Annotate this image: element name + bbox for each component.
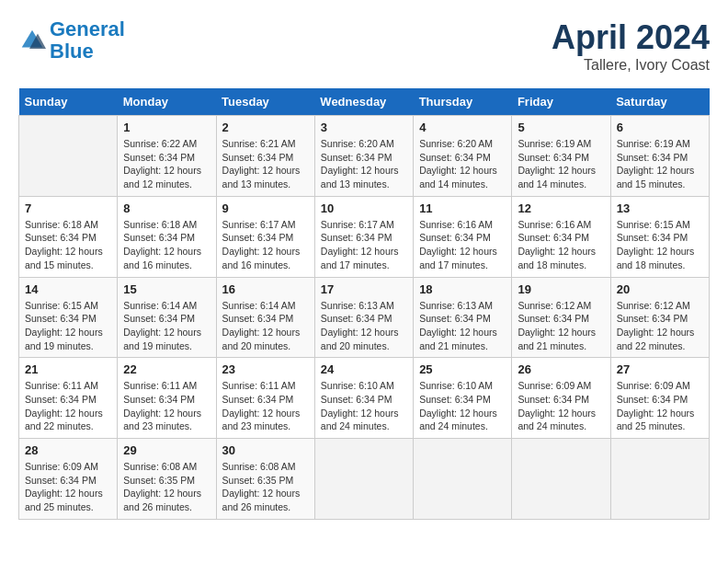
- calendar-cell: 29Sunrise: 6:08 AMSunset: 6:35 PMDayligh…: [118, 439, 216, 520]
- logo-blue: Blue: [50, 40, 94, 63]
- day-number: 14: [25, 282, 111, 296]
- calendar-cell: 1Sunrise: 6:22 AMSunset: 6:34 PMDaylight…: [118, 116, 216, 197]
- day-info: Sunrise: 6:10 AMSunset: 6:34 PMDaylight:…: [321, 379, 407, 433]
- day-info: Sunrise: 6:14 AMSunset: 6:34 PMDaylight:…: [222, 299, 309, 353]
- header-row: SundayMondayTuesdayWednesdayThursdayFrid…: [19, 88, 710, 116]
- day-header-friday: Friday: [512, 88, 610, 116]
- calendar-cell: 28Sunrise: 6:09 AMSunset: 6:34 PMDayligh…: [19, 439, 118, 520]
- day-number: 30: [222, 443, 309, 457]
- logo-icon: [18, 27, 46, 54]
- calendar-cell: 3Sunrise: 6:20 AMSunset: 6:34 PMDaylight…: [314, 116, 413, 197]
- day-number: 29: [123, 443, 210, 457]
- calendar-cell: 11Sunrise: 6:16 AMSunset: 6:34 PMDayligh…: [414, 196, 512, 277]
- day-number: 18: [419, 282, 506, 296]
- day-info: Sunrise: 6:09 AMSunset: 6:34 PMDaylight:…: [25, 460, 111, 514]
- day-header-sunday: Sunday: [19, 88, 118, 116]
- day-number: 24: [321, 362, 407, 376]
- logo-text: General Blue: [50, 18, 125, 63]
- week-row: 1Sunrise: 6:22 AMSunset: 6:34 PMDaylight…: [19, 116, 710, 197]
- day-header-tuesday: Tuesday: [216, 88, 314, 116]
- day-number: 12: [518, 201, 604, 215]
- day-info: Sunrise: 6:16 AMSunset: 6:34 PMDaylight:…: [419, 218, 506, 272]
- day-number: 3: [321, 121, 407, 134]
- day-info: Sunrise: 6:20 AMSunset: 6:34 PMDaylight:…: [419, 137, 506, 191]
- calendar-cell: 24Sunrise: 6:10 AMSunset: 6:34 PMDayligh…: [314, 358, 413, 439]
- main-title: April 2024: [552, 18, 710, 57]
- day-number: 9: [222, 201, 309, 215]
- day-number: 11: [419, 201, 506, 215]
- day-number: 22: [123, 362, 210, 376]
- day-number: 27: [617, 362, 703, 376]
- day-info: Sunrise: 6:17 AMSunset: 6:34 PMDaylight:…: [321, 218, 407, 272]
- day-number: 15: [123, 282, 210, 296]
- calendar-cell: 2Sunrise: 6:21 AMSunset: 6:34 PMDaylight…: [216, 116, 314, 197]
- day-info: Sunrise: 6:08 AMSunset: 6:35 PMDaylight:…: [123, 460, 210, 514]
- calendar-cell: 20Sunrise: 6:12 AMSunset: 6:34 PMDayligh…: [610, 277, 709, 358]
- day-number: 1: [123, 121, 210, 134]
- logo-general: General: [50, 17, 125, 40]
- day-number: 10: [321, 201, 407, 215]
- calendar-cell: [610, 439, 709, 520]
- calendar-cell: 8Sunrise: 6:18 AMSunset: 6:34 PMDaylight…: [118, 196, 216, 277]
- day-info: Sunrise: 6:18 AMSunset: 6:34 PMDaylight:…: [25, 218, 111, 272]
- day-number: 13: [617, 201, 703, 215]
- day-number: 5: [518, 121, 604, 134]
- day-info: Sunrise: 6:20 AMSunset: 6:34 PMDaylight:…: [321, 137, 407, 191]
- calendar-cell: 4Sunrise: 6:20 AMSunset: 6:34 PMDaylight…: [414, 116, 512, 197]
- calendar-cell: 30Sunrise: 6:08 AMSunset: 6:35 PMDayligh…: [216, 439, 314, 520]
- day-number: 6: [617, 121, 703, 134]
- calendar-cell: 22Sunrise: 6:11 AMSunset: 6:34 PMDayligh…: [118, 358, 216, 439]
- calendar-table: SundayMondayTuesdayWednesdayThursdayFrid…: [18, 88, 710, 520]
- day-number: 16: [222, 282, 309, 296]
- day-info: Sunrise: 6:11 AMSunset: 6:34 PMDaylight:…: [222, 379, 309, 433]
- day-number: 28: [25, 443, 111, 457]
- page-header: General Blue April 2024 Tallere, Ivory C…: [18, 18, 710, 74]
- calendar-cell: 15Sunrise: 6:14 AMSunset: 6:34 PMDayligh…: [118, 277, 216, 358]
- day-number: 26: [518, 362, 604, 376]
- calendar-cell: 21Sunrise: 6:11 AMSunset: 6:34 PMDayligh…: [19, 358, 118, 439]
- calendar-cell: [19, 116, 118, 197]
- day-number: 21: [25, 362, 111, 376]
- calendar-cell: 6Sunrise: 6:19 AMSunset: 6:34 PMDaylight…: [610, 116, 709, 197]
- day-header-wednesday: Wednesday: [314, 88, 413, 116]
- day-info: Sunrise: 6:19 AMSunset: 6:34 PMDaylight:…: [518, 137, 604, 191]
- day-info: Sunrise: 6:15 AMSunset: 6:34 PMDaylight:…: [25, 299, 111, 353]
- calendar-cell: 17Sunrise: 6:13 AMSunset: 6:34 PMDayligh…: [314, 277, 413, 358]
- day-number: 19: [518, 282, 604, 296]
- day-info: Sunrise: 6:09 AMSunset: 6:34 PMDaylight:…: [518, 379, 604, 433]
- day-info: Sunrise: 6:21 AMSunset: 6:34 PMDaylight:…: [222, 137, 309, 191]
- day-info: Sunrise: 6:17 AMSunset: 6:34 PMDaylight:…: [222, 218, 309, 272]
- calendar-cell: 10Sunrise: 6:17 AMSunset: 6:34 PMDayligh…: [314, 196, 413, 277]
- day-info: Sunrise: 6:11 AMSunset: 6:34 PMDaylight:…: [123, 379, 210, 433]
- calendar-cell: 14Sunrise: 6:15 AMSunset: 6:34 PMDayligh…: [19, 277, 118, 358]
- day-number: 25: [419, 362, 506, 376]
- day-info: Sunrise: 6:22 AMSunset: 6:34 PMDaylight:…: [123, 137, 210, 191]
- calendar-cell: 25Sunrise: 6:10 AMSunset: 6:34 PMDayligh…: [414, 358, 512, 439]
- day-info: Sunrise: 6:08 AMSunset: 6:35 PMDaylight:…: [222, 460, 309, 514]
- day-info: Sunrise: 6:11 AMSunset: 6:34 PMDaylight:…: [25, 379, 111, 433]
- calendar-cell: 7Sunrise: 6:18 AMSunset: 6:34 PMDaylight…: [19, 196, 118, 277]
- calendar-cell: 9Sunrise: 6:17 AMSunset: 6:34 PMDaylight…: [216, 196, 314, 277]
- day-info: Sunrise: 6:15 AMSunset: 6:34 PMDaylight:…: [617, 218, 703, 272]
- calendar-cell: 23Sunrise: 6:11 AMSunset: 6:34 PMDayligh…: [216, 358, 314, 439]
- calendar-cell: 12Sunrise: 6:16 AMSunset: 6:34 PMDayligh…: [512, 196, 610, 277]
- logo: General Blue: [18, 18, 125, 63]
- calendar-cell: 16Sunrise: 6:14 AMSunset: 6:34 PMDayligh…: [216, 277, 314, 358]
- day-number: 8: [123, 201, 210, 215]
- day-info: Sunrise: 6:18 AMSunset: 6:34 PMDaylight:…: [123, 218, 210, 272]
- day-info: Sunrise: 6:10 AMSunset: 6:34 PMDaylight:…: [419, 379, 506, 433]
- day-number: 23: [222, 362, 309, 376]
- day-info: Sunrise: 6:19 AMSunset: 6:34 PMDaylight:…: [617, 137, 703, 191]
- day-header-monday: Monday: [118, 88, 216, 116]
- calendar-cell: 13Sunrise: 6:15 AMSunset: 6:34 PMDayligh…: [610, 196, 709, 277]
- calendar-cell: 19Sunrise: 6:12 AMSunset: 6:34 PMDayligh…: [512, 277, 610, 358]
- calendar-cell: 26Sunrise: 6:09 AMSunset: 6:34 PMDayligh…: [512, 358, 610, 439]
- calendar-cell: 5Sunrise: 6:19 AMSunset: 6:34 PMDaylight…: [512, 116, 610, 197]
- day-number: 2: [222, 121, 309, 134]
- week-row: 7Sunrise: 6:18 AMSunset: 6:34 PMDaylight…: [19, 196, 710, 277]
- title-block: April 2024 Tallere, Ivory Coast: [552, 18, 710, 74]
- day-number: 7: [25, 201, 111, 215]
- day-info: Sunrise: 6:09 AMSunset: 6:34 PMDaylight:…: [617, 379, 703, 433]
- day-header-thursday: Thursday: [414, 88, 512, 116]
- calendar-cell: [512, 439, 610, 520]
